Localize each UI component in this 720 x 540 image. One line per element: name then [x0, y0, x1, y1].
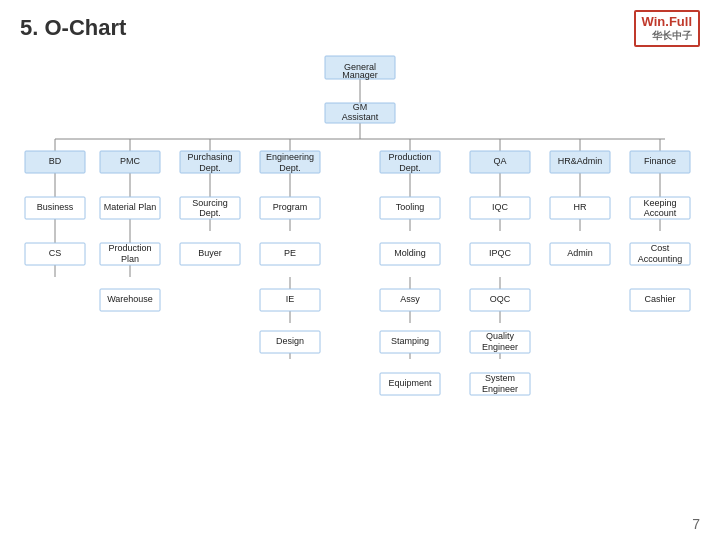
svg-text:Quality: Quality [486, 331, 515, 341]
svg-text:Engineer: Engineer [482, 384, 518, 394]
svg-text:Material Plan: Material Plan [104, 202, 157, 212]
svg-text:OQC: OQC [490, 294, 511, 304]
svg-text:BD: BD [49, 156, 62, 166]
org-chart-svg: General Manager GM Assistant BD PMC Purc… [20, 51, 700, 511]
svg-text:Cost: Cost [651, 243, 670, 253]
svg-text:Admin: Admin [567, 248, 593, 258]
svg-text:Engineer: Engineer [482, 342, 518, 352]
svg-text:HR&Admin: HR&Admin [558, 156, 603, 166]
svg-text:Warehouse: Warehouse [107, 294, 153, 304]
svg-text:Dept.: Dept. [199, 208, 221, 218]
svg-text:QA: QA [493, 156, 506, 166]
svg-text:IPQC: IPQC [489, 248, 512, 258]
svg-text:Production: Production [108, 243, 151, 253]
svg-text:GM: GM [353, 102, 368, 112]
svg-text:IQC: IQC [492, 202, 509, 212]
svg-text:Account: Account [644, 208, 677, 218]
svg-text:Engineering: Engineering [266, 152, 314, 162]
svg-text:CS: CS [49, 248, 62, 258]
page-number: 7 [692, 516, 700, 532]
svg-text:Purchasing: Purchasing [187, 152, 232, 162]
svg-text:Finance: Finance [644, 156, 676, 166]
svg-text:Tooling: Tooling [396, 202, 425, 212]
svg-text:Manager: Manager [342, 70, 378, 80]
company-logo: Win.Full 华长中子 [634, 10, 700, 47]
svg-text:Equipment: Equipment [388, 378, 432, 388]
svg-text:Keeping: Keeping [643, 198, 676, 208]
svg-text:Accounting: Accounting [638, 254, 683, 264]
svg-text:Plan: Plan [121, 254, 139, 264]
page: 5. O-Chart Win.Full 华长中子 [0, 0, 720, 540]
svg-text:Design: Design [276, 336, 304, 346]
svg-text:Stamping: Stamping [391, 336, 429, 346]
header: 5. O-Chart Win.Full 华长中子 [20, 10, 700, 47]
page-title: 5. O-Chart [20, 15, 126, 41]
svg-text:Production: Production [388, 152, 431, 162]
org-chart: General Manager GM Assistant BD PMC Purc… [20, 51, 700, 511]
svg-text:Assy: Assy [400, 294, 420, 304]
svg-text:Dept.: Dept. [399, 163, 421, 173]
svg-text:PE: PE [284, 248, 296, 258]
svg-text:HR: HR [574, 202, 587, 212]
svg-text:PMC: PMC [120, 156, 141, 166]
svg-text:Business: Business [37, 202, 74, 212]
svg-text:Assistant: Assistant [342, 112, 379, 122]
svg-text:Sourcing: Sourcing [192, 198, 228, 208]
svg-text:System: System [485, 373, 515, 383]
svg-text:Dept.: Dept. [199, 163, 221, 173]
svg-text:IE: IE [286, 294, 295, 304]
svg-text:Cashier: Cashier [644, 294, 675, 304]
svg-text:Buyer: Buyer [198, 248, 222, 258]
svg-text:Molding: Molding [394, 248, 426, 258]
svg-text:Program: Program [273, 202, 308, 212]
svg-text:Dept.: Dept. [279, 163, 301, 173]
